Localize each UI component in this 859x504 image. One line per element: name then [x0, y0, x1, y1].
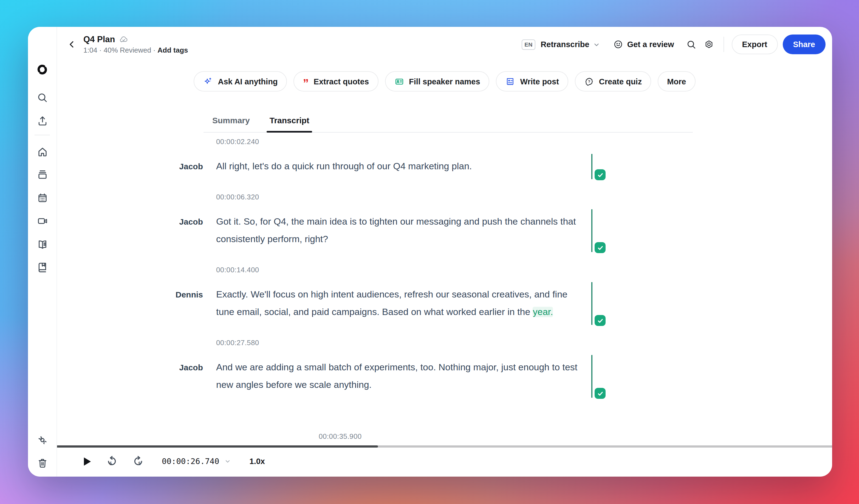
svg-text:5: 5 — [109, 461, 112, 466]
export-button[interactable]: Export — [732, 34, 778, 54]
timestamp[interactable]: 00:00:27.580 — [216, 338, 615, 347]
player-controls: 5 5 00:00:26.740 1.0x — [57, 452, 832, 471]
post-icon — [506, 76, 515, 86]
sidebar-upload-button[interactable] — [28, 114, 57, 127]
reviewed-checkbox[interactable] — [594, 169, 606, 180]
extract-quotes-chip[interactable]: ” Extract quotes — [294, 71, 378, 92]
desktop-background: D Q4 Plan 1:04 · 40% Revie — [0, 0, 859, 504]
timestamp[interactable]: 00:00:02.240 — [216, 138, 615, 146]
speaker-name[interactable]: Jacob — [160, 359, 203, 376]
progress-track[interactable] — [57, 445, 832, 447]
chevron-down-icon — [593, 41, 600, 48]
search-icon — [36, 92, 48, 103]
create-quiz-chip[interactable]: ? Create quiz — [575, 71, 651, 92]
check-icon — [597, 244, 604, 251]
home-icon — [36, 146, 48, 157]
search-icon — [687, 39, 697, 50]
ai-sparkle-icon — [203, 76, 213, 86]
header-search-button[interactable] — [683, 36, 700, 53]
retranscribe-button[interactable]: Retranscribe — [540, 37, 601, 52]
bookmark-book-icon — [36, 261, 48, 272]
app-logo[interactable] — [28, 63, 57, 76]
transcript-entry: 00:00:14.400 Dennis Exactly. We'll focus… — [160, 266, 615, 321]
meta-text: 1:04 · 40% Reviewed · — [84, 46, 155, 54]
fill-speaker-names-label: Fill speaker names — [409, 77, 480, 86]
sidebar-recordings-button[interactable] — [28, 214, 57, 227]
more-chip[interactable]: More — [658, 71, 695, 92]
playback-speed-button[interactable]: 1.0x — [250, 457, 265, 466]
sidebar-trash-button[interactable] — [28, 456, 57, 470]
sidebar-calendar-button[interactable] — [28, 191, 57, 204]
speaker-name[interactable]: Jacob — [160, 158, 203, 175]
utterance-text[interactable]: Got it. So, for Q4, the main idea is to … — [216, 213, 578, 248]
more-label: More — [667, 77, 686, 86]
utterance-text[interactable]: And we are adding a small batch of exper… — [216, 359, 578, 394]
retranscribe-label: Retranscribe — [541, 40, 589, 49]
quotes-icon: ” — [303, 80, 309, 86]
extract-quotes-label: Extract quotes — [314, 77, 369, 86]
transcript-entry: 00:00:06.320 Jacob Got it. So, for Q4, t… — [160, 193, 615, 248]
current-time-control[interactable]: 00:00:26.740 — [162, 457, 231, 466]
sidebar-integrations-button[interactable] — [28, 433, 57, 446]
recording-meta: 1:04 · 40% Reviewed · Add tags — [84, 46, 188, 54]
review-marker — [591, 213, 607, 248]
sidebar-search-button[interactable] — [28, 91, 57, 104]
play-icon — [82, 456, 92, 467]
review-line — [591, 154, 592, 179]
get-review-label: Get a review — [627, 40, 674, 49]
write-post-chip[interactable]: Write post — [496, 71, 568, 92]
progress-fill — [57, 445, 378, 447]
rewind-5-button[interactable]: 5 — [106, 455, 118, 467]
utterance-text[interactable]: Exactly. We'll focus on high intent audi… — [216, 286, 578, 321]
timestamp[interactable]: 00:00:14.400 — [216, 266, 615, 274]
sidebar-notebook-button[interactable] — [28, 260, 57, 273]
review-line — [591, 209, 592, 252]
ask-ai-label: Ask AI anything — [218, 77, 278, 86]
smiley-icon — [614, 40, 623, 49]
header-actions: EN Retranscribe Get a review — [522, 34, 826, 54]
video-camera-icon — [36, 215, 48, 226]
divider — [724, 37, 724, 52]
rewind-5-icon: 5 — [106, 455, 118, 467]
timestamp[interactable]: 00:00:35.900 — [319, 432, 362, 440]
utterance-text[interactable]: All right, let's do a quick run through … — [216, 158, 578, 175]
play-button[interactable] — [82, 456, 92, 467]
sidebar-library-button[interactable] — [28, 168, 57, 181]
trash-icon — [36, 457, 48, 469]
speaker-name[interactable]: Jacob — [160, 213, 203, 231]
review-marker — [591, 286, 607, 321]
sidebar-reader-button[interactable] — [28, 238, 57, 251]
add-tags-button[interactable]: Add tags — [157, 46, 188, 54]
utterance-plain: And we are adding a small batch of exper… — [216, 362, 577, 390]
cloud-check-icon — [119, 35, 128, 44]
svg-text:5: 5 — [138, 461, 141, 466]
reviewed-checkbox[interactable] — [594, 315, 606, 326]
tab-transcript[interactable]: Transcript — [267, 112, 312, 132]
speaker-name[interactable]: Dennis — [160, 286, 203, 303]
forward-5-button[interactable]: 5 — [132, 455, 144, 467]
ask-ai-chip[interactable]: Ask AI anything — [194, 71, 287, 92]
settings-button[interactable] — [700, 36, 718, 53]
get-review-button[interactable]: Get a review — [613, 36, 675, 52]
reviewed-checkbox[interactable] — [594, 388, 606, 399]
tab-summary[interactable]: Summary — [210, 112, 253, 132]
speaker-id-card-icon — [394, 76, 404, 86]
chevron-down-icon — [224, 458, 231, 464]
calendar-icon — [36, 192, 48, 204]
plug-icon — [36, 434, 48, 446]
sidebar-home-button[interactable] — [28, 145, 57, 158]
language-badge[interactable]: EN — [522, 39, 535, 50]
tab-bar: Summary Transcript — [204, 112, 693, 132]
share-button[interactable]: Share — [783, 34, 826, 54]
write-post-label: Write post — [520, 77, 559, 86]
reviewed-checkbox[interactable] — [594, 242, 606, 253]
app-window: D Q4 Plan 1:04 · 40% Revie — [28, 27, 832, 477]
back-button[interactable] — [64, 36, 80, 52]
fill-speaker-names-chip[interactable]: Fill speaker names — [385, 71, 489, 92]
header: Q4 Plan 1:04 · 40% Reviewed · Add tags E… — [57, 32, 832, 57]
timestamp[interactable]: 00:00:06.320 — [216, 193, 615, 201]
review-marker — [591, 158, 607, 175]
utterance-highlight: year. — [533, 307, 553, 317]
stack-icon — [36, 169, 48, 180]
utterance-plain: Got it. So, for Q4, the main idea is to … — [216, 216, 576, 244]
